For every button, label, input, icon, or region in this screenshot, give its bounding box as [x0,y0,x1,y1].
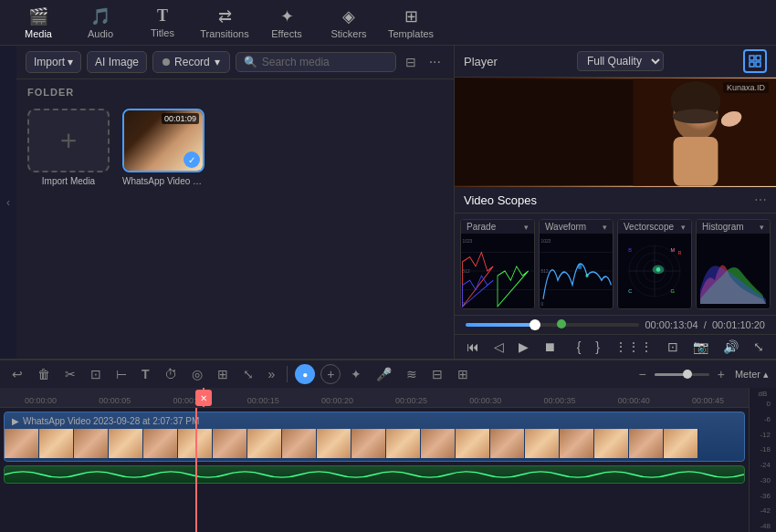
stop-button[interactable]: ⏹ [539,338,561,356]
record-button[interactable]: Record ▾ [152,51,230,73]
video-media-item[interactable]: 00:01:09 ✓ WhatsApp Video 202... [122,109,204,186]
nav-stickers[interactable]: ◈ Stickers [318,3,380,43]
mic-button[interactable]: 🎤 [372,364,396,384]
player-header: Player Full Quality [455,46,776,78]
nav-titles-label: Titles [151,27,174,38]
zoom-control: − + [634,364,729,384]
film-frame [525,429,560,458]
nav-templates[interactable]: ⊞ Templates [380,3,442,43]
snapshot-button[interactable]: 📷 [688,338,713,356]
timeline-tracks: ▶ WhatsApp Video 2023-09-28 at 2:07:37 P… [0,408,749,532]
in-point-button[interactable]: { [572,338,586,356]
meter-scale-2: -12 [760,431,771,439]
film-frame [421,429,456,458]
audio-button[interactable]: 🔊 [718,338,743,356]
text-button[interactable]: T [137,364,154,384]
meter-scale-0: 0 [767,400,771,408]
nav-media[interactable]: 🎬 Media [7,3,69,43]
cut-button[interactable]: ✂ [60,364,80,384]
effects-track-button[interactable]: ✦ [346,364,366,384]
playhead-marker[interactable]: ✕ [195,390,212,406]
film-frame [109,429,143,458]
svg-rect-3 [756,62,760,67]
add-track-button[interactable]: + [320,364,341,384]
progress-handle[interactable] [530,319,540,330]
filter-button[interactable]: ⊟ [402,53,420,71]
film-frame [39,429,74,458]
film-frame [351,429,386,458]
expand-button[interactable]: ⤡ [749,338,769,356]
search-box: 🔍 [236,52,396,72]
keyframe-button[interactable]: ⋮⋮⋮ [610,338,657,356]
media-icon: 🎬 [28,6,48,26]
progress-handle-green[interactable] [557,319,566,329]
step-back-button[interactable]: ◁ [489,338,509,356]
scope-waveform-dropdown[interactable]: ▾ [603,223,607,232]
scopes-menu-button[interactable]: ⋯ [754,193,767,207]
scope-vectorscope-dropdown[interactable]: ▾ [681,223,686,232]
progress-track[interactable] [466,323,639,327]
search-icon: 🔍 [244,56,257,68]
ai-image-button[interactable]: AI Image [87,51,147,73]
ruler-mark-6: 00:00:30 [448,396,522,405]
left-collapse-arrow[interactable]: ‹ [6,196,10,209]
overlay-button[interactable]: ⊡ [663,338,683,356]
svg-point-9 [673,110,719,124]
import-button[interactable]: Import ▾ [26,51,81,73]
svg-marker-15 [498,266,529,307]
crop-button[interactable]: ⊞ [213,364,233,384]
meter-panel: dB 0 -6 -12 -18 -24 -30 -36 -42 -48 [749,388,776,532]
trim-button[interactable]: ⊡ [86,364,106,384]
ruler-mark-7: 00:00:35 [522,396,596,405]
scope-vectorscope-canvas: R M B C G [618,234,691,308]
quality-select[interactable]: Full Quality [577,51,664,71]
audio-icon: 🎵 [90,6,110,26]
rewind-button[interactable]: ⏮ [462,338,484,356]
film-frame [143,429,178,458]
nav-titles[interactable]: T Titles [131,3,194,43]
film-frame [386,429,421,458]
video-watermark: Kunaxa.ID [723,82,769,93]
scope-histogram-dropdown[interactable]: ▾ [760,223,764,232]
top-navigation: 🎬 Media 🎵 Audio T Titles ⇄ Transitions ✦… [0,0,776,46]
search-input[interactable] [262,56,388,68]
svg-text:512: 512 [463,267,470,274]
nav-transitions[interactable]: ⇄ Transitions [194,3,256,43]
nav-audio[interactable]: 🎵 Audio [69,3,131,43]
scope-parade-dropdown[interactable]: ▾ [524,223,529,232]
scope-toggle-button[interactable] [743,49,767,73]
zoom-in-button[interactable]: + [713,364,729,384]
progress-fill [466,323,535,327]
film-frame [282,429,317,458]
zoom-out-button[interactable]: − [634,364,651,384]
grid-button[interactable]: ⊞ [453,364,473,384]
transform-button[interactable]: ⤡ [238,364,258,384]
import-media-item[interactable]: + Import Media [27,109,110,186]
ruler-mark-9: 00:00:45 [671,396,745,405]
more-button[interactable]: ··· [425,52,445,72]
more-tools-button[interactable]: » [264,364,280,384]
video-preview-content: Kunaxa.ID [455,78,776,187]
undo-button[interactable]: ↩ [7,364,27,384]
split-button[interactable]: ⊢ [111,364,131,384]
ruler-mark-0: 00:00:00 [4,396,78,405]
nav-stickers-label: Stickers [330,28,366,39]
wave-button[interactable]: ≋ [402,364,422,384]
scope-histogram: Histogram ▾ [696,219,771,309]
svg-marker-14 [463,253,494,307]
zoom-handle[interactable] [683,370,692,379]
audio-waveform [5,466,744,483]
video-check-icon: ✓ [184,151,200,168]
captions-button[interactable]: ⊟ [427,364,447,384]
scope-vectorscope-label: Vectorscope [624,222,674,232]
out-point-button[interactable]: } [591,338,604,356]
nav-effects[interactable]: ✦ Effects [256,3,318,43]
play-button[interactable]: ▶ [514,338,533,356]
delete-button[interactable]: 🗑 [33,364,55,384]
zoom-track[interactable] [655,373,709,376]
speed-button[interactable]: ⏱ [160,364,182,384]
record-track-button[interactable]: ● [295,364,315,384]
mask-button[interactable]: ◎ [187,364,207,384]
nav-media-label: Media [25,28,52,39]
meter-scale-5: -30 [760,476,771,485]
